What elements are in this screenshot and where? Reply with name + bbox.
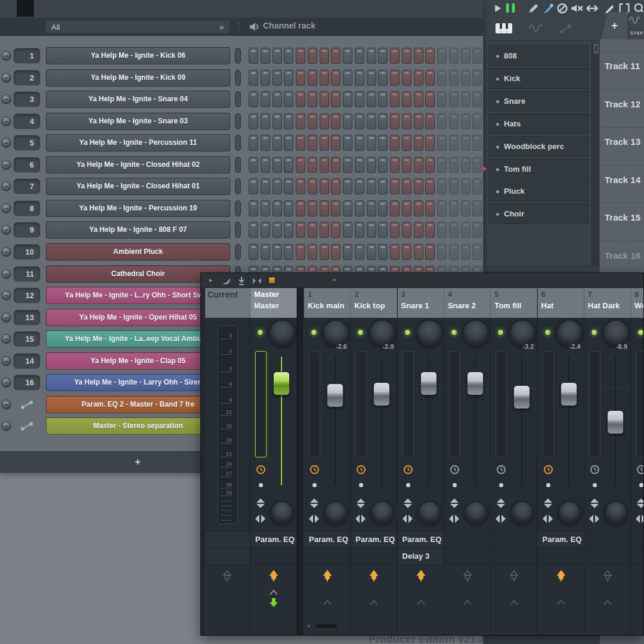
step-cell[interactable] <box>402 48 411 64</box>
step-cell[interactable] <box>425 244 435 260</box>
mixer-strip-header[interactable]: 2Kick top <box>351 288 397 318</box>
magnet-icon[interactable] <box>504 2 517 15</box>
channel-filter-dropdown[interactable]: All ▶ <box>45 20 230 34</box>
step-cell[interactable] <box>378 70 388 86</box>
step-cell[interactable] <box>273 200 282 216</box>
step-cell[interactable] <box>296 200 305 216</box>
plugin-delay-clock-icon[interactable] <box>356 465 366 475</box>
fx-enable-bulb-icon[interactable] <box>222 570 233 583</box>
step-cell[interactable] <box>320 244 329 260</box>
step-cell[interactable] <box>320 178 329 194</box>
step-cell[interactable] <box>331 91 340 107</box>
strip-stereo-knob[interactable] <box>558 500 581 524</box>
channel-number-box[interactable]: 9 <box>13 222 41 238</box>
pattern-item[interactable]: 808 <box>489 45 589 66</box>
step-cell[interactable] <box>402 113 411 129</box>
channel-number-box[interactable]: 7 <box>13 178 41 194</box>
step-cell[interactable] <box>472 200 482 216</box>
step-cell[interactable] <box>414 91 423 107</box>
step-cell[interactable] <box>390 91 400 107</box>
step-cell[interactable] <box>437 70 447 86</box>
step-cell[interactable] <box>249 135 258 151</box>
step-cell[interactable] <box>367 222 376 238</box>
step-cell[interactable] <box>284 200 293 216</box>
strip-enable-led[interactable] <box>450 329 458 336</box>
fx-slot[interactable] <box>631 531 644 547</box>
step-cell[interactable] <box>284 113 293 129</box>
step-cell[interactable] <box>343 91 352 107</box>
mixer-strip-header[interactable]: 6Hat <box>538 288 584 318</box>
channel-mute-led[interactable] <box>1 51 11 61</box>
step-cell[interactable] <box>414 222 423 238</box>
automation-tab[interactable] <box>559 23 572 35</box>
strip-stereo-knob[interactable] <box>417 500 441 524</box>
step-cell[interactable] <box>461 91 470 107</box>
step-cell[interactable] <box>378 200 388 216</box>
pan-arrows[interactable] <box>449 515 461 523</box>
step-cell[interactable] <box>461 135 470 151</box>
step-cell[interactable] <box>390 135 400 151</box>
mixer-strip-header[interactable]: MasterMaster <box>250 288 297 318</box>
paint-icon[interactable] <box>541 2 555 15</box>
step-cell[interactable] <box>472 178 482 194</box>
step-cell[interactable] <box>261 244 270 260</box>
step-cell[interactable] <box>273 70 282 86</box>
channel-number-box[interactable]: 12 <box>13 287 41 304</box>
channel-mute-led[interactable] <box>1 356 11 366</box>
stereo-separation-arrows[interactable] <box>357 499 365 509</box>
strip-volume-fader[interactable] <box>420 371 437 395</box>
step-cell[interactable] <box>472 91 482 107</box>
strip-stereo-knob[interactable] <box>510 500 534 524</box>
track-name[interactable]: Track 11 <box>605 61 640 71</box>
step-cell[interactable] <box>472 244 482 260</box>
send-up-chevron-icon[interactable] <box>509 597 519 605</box>
fx-slot[interactable] <box>584 547 631 564</box>
step-cell[interactable] <box>414 113 423 129</box>
step-cell[interactable] <box>472 157 482 173</box>
step-cell[interactable] <box>273 48 282 64</box>
step-cell[interactable] <box>308 70 317 86</box>
fx-slot[interactable]: Delay 3 <box>398 547 444 564</box>
step-cell[interactable] <box>320 157 329 173</box>
step-cell[interactable] <box>355 135 364 151</box>
step-cell[interactable] <box>461 178 470 194</box>
stereo-separation-arrows[interactable] <box>256 499 265 509</box>
step-cell[interactable] <box>296 157 305 173</box>
step-cell[interactable] <box>449 178 459 194</box>
step-cell[interactable] <box>284 91 293 107</box>
step-cell[interactable] <box>296 113 305 129</box>
step-cell[interactable] <box>320 200 329 216</box>
step-cell[interactable] <box>461 222 470 238</box>
channel-number-box[interactable]: 4 <box>13 113 41 129</box>
step-cell[interactable] <box>355 222 364 238</box>
step-cell[interactable] <box>402 157 411 173</box>
track-name[interactable]: Track 13 <box>605 137 640 147</box>
mixer-strip-header[interactable]: 7Hat Dark <box>584 288 631 318</box>
channel-number-box[interactable]: 14 <box>13 353 41 369</box>
fx-slot[interactable] <box>584 531 631 547</box>
pan-arrows[interactable] <box>255 515 267 523</box>
step-cell[interactable] <box>367 113 376 129</box>
track-name[interactable]: Track 16 <box>605 250 640 261</box>
stereo-separation-arrows[interactable] <box>637 499 644 509</box>
strip-volume-fader[interactable] <box>273 371 290 395</box>
step-cell[interactable] <box>261 157 270 173</box>
fx-slot[interactable] <box>304 547 351 564</box>
channel-mute-led[interactable] <box>1 400 11 410</box>
channel-number-box[interactable]: 10 <box>13 244 41 260</box>
step-cell[interactable] <box>320 222 329 238</box>
fx-slot[interactable]: Param. EQ 2 <box>304 531 351 547</box>
step-cell[interactable] <box>449 222 459 238</box>
step-cell[interactable] <box>425 113 435 129</box>
step-cell[interactable] <box>320 135 329 151</box>
fx-enable-bulb-icon[interactable] <box>369 570 379 583</box>
step-cell[interactable] <box>461 200 470 216</box>
strip-volume-fader[interactable] <box>561 382 577 406</box>
fx-enable-bulb-icon[interactable] <box>268 570 279 583</box>
play-icon[interactable] <box>491 2 504 15</box>
step-cell[interactable] <box>331 135 340 151</box>
step-cell[interactable] <box>367 135 376 151</box>
step-cell[interactable] <box>402 70 411 86</box>
step-cell[interactable] <box>343 135 352 151</box>
fx-slot[interactable]: Param. EQ 2 <box>250 531 297 547</box>
